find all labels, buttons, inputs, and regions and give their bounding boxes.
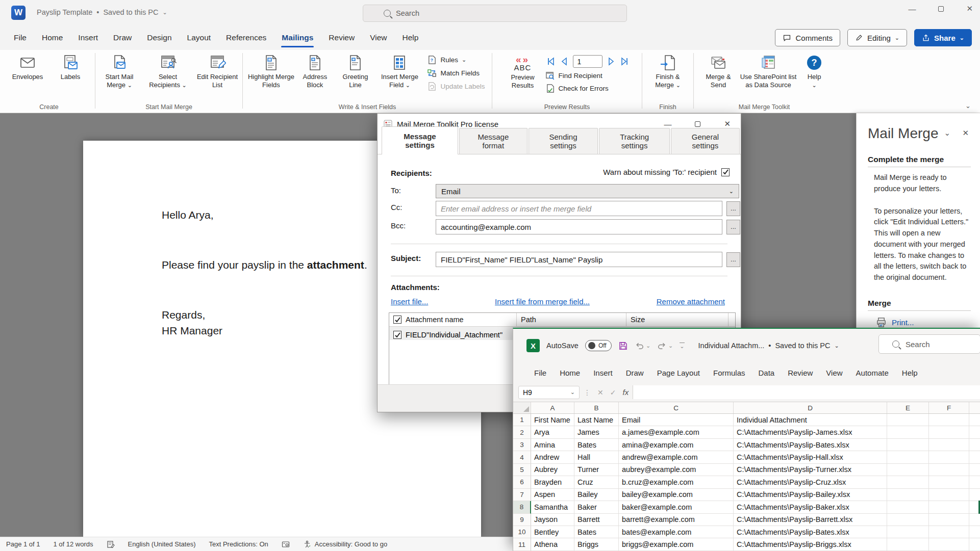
dialog-tab[interactable]: Tracking settings — [599, 128, 670, 154]
row-number[interactable]: 2 — [513, 426, 531, 438]
merge-send-button[interactable]: Merge & Send — [698, 52, 738, 90]
excel-menu-item[interactable]: Insert — [587, 369, 619, 377]
task-pane-chevron[interactable]: ⌄ — [944, 128, 950, 138]
greeting-line-button[interactable]: Greeting Line — [335, 52, 375, 90]
customize-quick-access-button[interactable]: ⌄ — [680, 343, 684, 349]
cell-attachment-path[interactable]: Individual Attachment — [734, 414, 887, 426]
word-search-box[interactable]: Search — [363, 5, 627, 22]
excel-doc-title[interactable]: Individual Attachm... • Saved to this PC… — [698, 342, 839, 350]
sheet-row[interactable]: 9 Jayson Barrett barrett@example.com C:\… — [513, 514, 980, 526]
document-title[interactable]: Payslip Template • Saved to this PC ⌄ — [37, 8, 167, 16]
dialog-minimize-button[interactable]: — — [664, 120, 671, 128]
accessibility-status[interactable]: Accessibility: Good to go — [303, 540, 387, 548]
cell-f[interactable] — [929, 538, 969, 550]
word-app-icon[interactable]: W — [11, 6, 26, 20]
column-header-d[interactable]: D — [734, 402, 887, 413]
ribbon-tab[interactable]: Draw — [106, 25, 139, 50]
sheet-row[interactable]: 5 Aubrey Turner aubrey@example.com C:\At… — [513, 464, 980, 476]
dialog-tab[interactable]: General settings — [671, 128, 740, 154]
dialog-tab[interactable]: Message format — [459, 128, 527, 154]
excel-search-box[interactable]: Search — [878, 334, 980, 354]
insert-file-link[interactable]: Insert file... — [391, 297, 428, 306]
cell-last-name[interactable]: Barrett — [574, 514, 619, 526]
column-header-e[interactable]: E — [887, 402, 929, 413]
language-status[interactable]: English (United States) — [128, 540, 196, 548]
cell-email[interactable]: b.cruz@example.com — [619, 476, 734, 488]
row-number[interactable]: 1 — [513, 414, 531, 426]
collapse-ribbon-button[interactable]: ⌄ — [965, 102, 971, 110]
cell-attachment-path[interactable]: C:\Attachments\Payslip-Barrett.xlsx — [734, 514, 887, 526]
cell-f[interactable] — [929, 501, 969, 513]
next-record-button[interactable] — [607, 57, 616, 66]
address-block-button[interactable]: Address Block — [294, 52, 335, 90]
close-button[interactable]: ✕ — [966, 4, 973, 13]
sheet-row[interactable]: 11 Athena Briggs briggs@example.com C:\A… — [513, 538, 980, 550]
share-button[interactable]: Share ⌄ — [914, 29, 972, 46]
sheet-row[interactable]: 10 Bentley Bates bates@example.com C:\At… — [513, 526, 980, 538]
row-number[interactable]: 10 — [513, 526, 531, 538]
cell-email[interactable]: baker@example.com — [619, 501, 734, 513]
ribbon-tab[interactable]: Help — [395, 25, 426, 50]
cell-email[interactable]: bates@example.com — [619, 526, 734, 538]
ribbon-tab[interactable]: Insert — [70, 25, 106, 50]
row-number[interactable]: 11 — [513, 538, 531, 550]
cell-attachment-path[interactable]: C:\Attachments\Payslip-Bates.xlsx — [734, 526, 887, 538]
subject-browse-button[interactable]: ... — [726, 252, 740, 267]
excel-app-icon[interactable]: X — [526, 339, 540, 352]
row-number[interactable]: 5 — [513, 464, 531, 476]
last-record-button[interactable] — [620, 57, 629, 66]
cell-f[interactable] — [929, 426, 969, 438]
cell-attachment-path[interactable]: C:\Attachments\Payslip-Baker.xlsx — [734, 501, 887, 513]
excel-menu-item[interactable]: Data — [751, 369, 781, 377]
ribbon-tab[interactable]: Home — [34, 25, 70, 50]
edit-recipient-list-button[interactable]: Edit Recipient List — [192, 52, 242, 90]
attachment-checkbox[interactable] — [393, 331, 401, 339]
bcc-input[interactable] — [436, 219, 722, 234]
start-mail-merge-button[interactable]: Start Mail Merge ⌄ — [95, 52, 143, 90]
cell-f[interactable] — [929, 514, 969, 526]
save-button[interactable] — [618, 341, 628, 351]
sheet-row[interactable]: 3 Amina Bates amina@example.com C:\Attac… — [513, 439, 980, 451]
row-number[interactable]: 4 — [513, 451, 531, 463]
ribbon-tab[interactable]: File — [6, 25, 34, 50]
cell-e[interactable] — [887, 476, 929, 488]
sheet-row[interactable]: 2 Arya James a.james@example.com C:\Atta… — [513, 426, 980, 438]
cell-last-name[interactable]: Briggs — [574, 538, 619, 550]
sheet-row[interactable]: 6 Brayden Cruz b.cruz@example.com C:\Att… — [513, 476, 980, 488]
cell-attachment-path[interactable]: C:\Attachments\Payslip-Bates.xlsx — [734, 439, 887, 451]
cell-last-name[interactable]: Last Name — [574, 414, 619, 426]
cell-f[interactable] — [929, 489, 969, 501]
cell-email[interactable]: amina@example.com — [619, 439, 734, 451]
cell-e[interactable] — [887, 464, 929, 476]
warn-missing-to-checkbox[interactable] — [721, 168, 730, 176]
cell-attachment-path[interactable]: C:\Attachments\Payslip-Turner.xlsx — [734, 464, 887, 476]
name-box[interactable]: H9 ⌄ — [518, 386, 580, 399]
cell-last-name[interactable]: Hall — [574, 451, 619, 463]
select-all-corner[interactable] — [513, 402, 531, 413]
sharepoint-source-button[interactable]: Use SharePoint list as Data Source — [738, 52, 798, 90]
cell-f[interactable] — [929, 526, 969, 538]
sheet-row[interactable]: 4 Andrew Hall andrew@example.com C:\Atta… — [513, 451, 980, 463]
word-count[interactable]: 1 of 12 words — [54, 540, 93, 548]
cell-first-name[interactable]: Bentley — [531, 526, 574, 538]
excel-menu-item[interactable]: Draw — [619, 369, 650, 377]
toolkit-help-button[interactable]: ? Help⌄ — [798, 52, 830, 90]
ribbon-tab[interactable]: Design — [139, 25, 179, 50]
cell-e[interactable] — [887, 451, 929, 463]
sheet-row[interactable]: 7 Aspen Bailey bailey@example.com C:\Att… — [513, 489, 980, 501]
select-recipients-button[interactable]: Select Recipients ⌄ — [143, 52, 192, 90]
cell-attachment-path[interactable]: C:\Attachments\Payslip-Briggs.xlsx — [734, 538, 887, 550]
cell-attachment-path[interactable]: C:\Attachments\Payslip-Hall.xlsx — [734, 451, 887, 463]
cell-last-name[interactable]: Bailey — [574, 489, 619, 501]
excel-menu-item[interactable]: Page Layout — [650, 369, 707, 377]
page-count[interactable]: Page 1 of 1 — [6, 540, 40, 548]
labels-button[interactable]: Labels — [49, 52, 92, 81]
dialog-close-button[interactable]: ✕ — [724, 119, 731, 128]
cell-last-name[interactable]: Bates — [574, 439, 619, 451]
sheet-row[interactable]: 8 Samantha Baker baker@example.com C:\At… — [513, 501, 980, 513]
minimize-button[interactable]: — — [908, 5, 916, 13]
text-predictions-status[interactable]: Text Predictions: On — [209, 540, 268, 548]
sheet-row[interactable]: 1 First Name Last Name Email Individual … — [513, 414, 980, 426]
cell-first-name[interactable]: Arya — [531, 426, 574, 438]
column-header-b[interactable]: B — [574, 402, 619, 413]
